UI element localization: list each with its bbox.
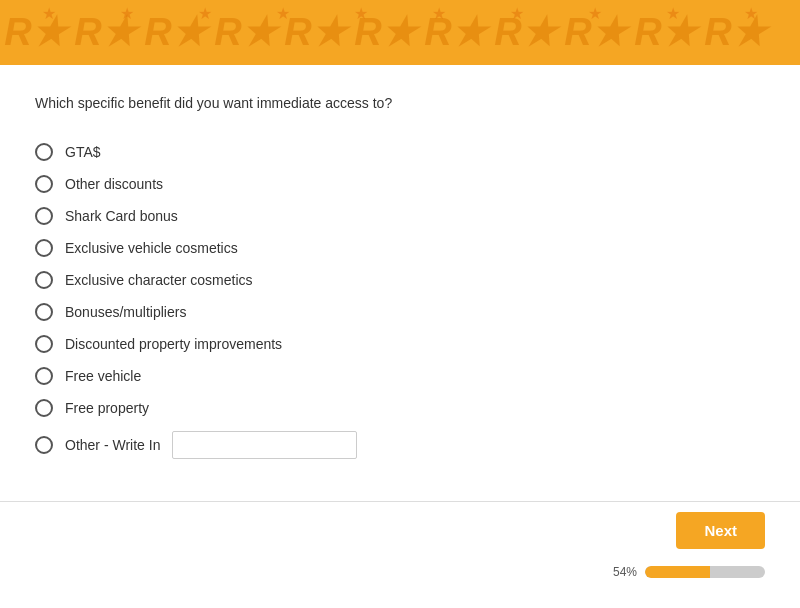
option-label-other-discounts: Other discounts xyxy=(65,176,163,192)
rockstar-logo: R★ xyxy=(630,0,700,65)
header-banner: ★ ★ ★ ★ ★ ★ ★ ★ ★ ★ R★ R★ R★ R★ R★ R★ R★… xyxy=(0,0,800,65)
option-item-bonuses[interactable]: Bonuses/multipliers xyxy=(35,296,765,328)
rockstar-logo: R★ xyxy=(210,0,280,65)
radio-shark-card[interactable] xyxy=(35,207,53,225)
rockstar-logo: R★ xyxy=(490,0,560,65)
radio-other-discounts[interactable] xyxy=(35,175,53,193)
option-label-other-write-in: Other - Write In xyxy=(65,437,160,453)
option-label-bonuses: Bonuses/multipliers xyxy=(65,304,186,320)
option-label-property-improvements: Discounted property improvements xyxy=(65,336,282,352)
rockstar-logo: R★ xyxy=(420,0,490,65)
radio-other-write-in[interactable] xyxy=(35,436,53,454)
option-item-other-write-in[interactable]: Other - Write In xyxy=(35,424,765,466)
rockstar-logo: R★ xyxy=(700,0,770,65)
main-content: Which specific benefit did you want imme… xyxy=(0,65,800,486)
radio-free-property[interactable] xyxy=(35,399,53,417)
footer-area: Next 54% xyxy=(0,512,800,589)
option-item-shark-card[interactable]: Shark Card bonus xyxy=(35,200,765,232)
rockstar-logo: R★ xyxy=(70,0,140,65)
option-label-shark-card: Shark Card bonus xyxy=(65,208,178,224)
option-label-gta: GTA$ xyxy=(65,144,101,160)
divider xyxy=(0,501,800,502)
option-item-character-cosmetics[interactable]: Exclusive character cosmetics xyxy=(35,264,765,296)
progress-container: 54% xyxy=(607,565,765,579)
radio-vehicle-cosmetics[interactable] xyxy=(35,239,53,257)
radio-free-vehicle[interactable] xyxy=(35,367,53,385)
question-text: Which specific benefit did you want imme… xyxy=(35,95,765,111)
option-item-gta[interactable]: GTA$ xyxy=(35,136,765,168)
progress-bar-track xyxy=(645,566,765,578)
option-item-free-vehicle[interactable]: Free vehicle xyxy=(35,360,765,392)
option-label-character-cosmetics: Exclusive character cosmetics xyxy=(65,272,253,288)
option-label-free-property: Free property xyxy=(65,400,149,416)
option-item-free-property[interactable]: Free property xyxy=(35,392,765,424)
progress-bar-fill xyxy=(645,566,710,578)
option-label-free-vehicle: Free vehicle xyxy=(65,368,141,384)
write-in-input[interactable] xyxy=(172,431,357,459)
rockstar-logo: R★ xyxy=(140,0,210,65)
option-item-other-discounts[interactable]: Other discounts xyxy=(35,168,765,200)
option-item-vehicle-cosmetics[interactable]: Exclusive vehicle cosmetics xyxy=(35,232,765,264)
rockstar-logo: R★ xyxy=(350,0,420,65)
rockstar-logo: R★ xyxy=(560,0,630,65)
progress-label: 54% xyxy=(607,565,637,579)
option-item-property-improvements[interactable]: Discounted property improvements xyxy=(35,328,765,360)
radio-character-cosmetics[interactable] xyxy=(35,271,53,289)
radio-property-improvements[interactable] xyxy=(35,335,53,353)
rockstar-logo: R★ xyxy=(0,0,70,65)
rockstar-logo: R★ xyxy=(280,0,350,65)
option-label-vehicle-cosmetics: Exclusive vehicle cosmetics xyxy=(65,240,238,256)
header-pattern: R★ R★ R★ R★ R★ R★ R★ R★ R★ R★ R★ xyxy=(0,0,800,65)
options-list: GTA$Other discountsShark Card bonusExclu… xyxy=(35,136,765,466)
next-button[interactable]: Next xyxy=(676,512,765,549)
radio-bonuses[interactable] xyxy=(35,303,53,321)
radio-gta[interactable] xyxy=(35,143,53,161)
